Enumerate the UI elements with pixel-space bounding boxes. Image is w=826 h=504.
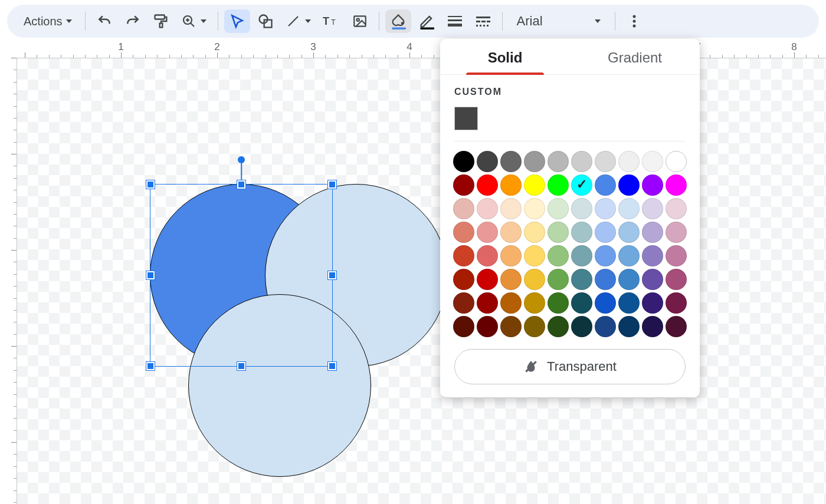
undo-button[interactable]: [91, 9, 117, 33]
color-swatch[interactable]: [477, 316, 498, 337]
color-swatch[interactable]: [548, 245, 569, 266]
color-swatch[interactable]: [500, 151, 522, 172]
color-swatch[interactable]: [666, 269, 687, 290]
color-swatch[interactable]: [571, 151, 592, 172]
fill-color-button[interactable]: [385, 9, 411, 33]
color-swatch[interactable]: [618, 316, 640, 337]
color-swatch[interactable]: [618, 245, 640, 266]
color-swatch[interactable]: [500, 292, 522, 314]
color-swatch[interactable]: [548, 292, 569, 314]
color-swatch[interactable]: [453, 269, 474, 290]
border-dash-button[interactable]: [470, 9, 496, 33]
resize-handle-sw[interactable]: [146, 362, 155, 370]
color-swatch[interactable]: [571, 292, 592, 314]
color-swatch[interactable]: [666, 198, 687, 219]
actions-menu[interactable]: Actions: [14, 9, 79, 33]
color-swatch[interactable]: [524, 151, 545, 172]
color-swatch[interactable]: [618, 174, 640, 196]
color-swatch[interactable]: [666, 245, 687, 266]
resize-handle-se[interactable]: [328, 362, 336, 370]
color-swatch[interactable]: [453, 174, 474, 196]
color-swatch[interactable]: [571, 245, 592, 266]
color-swatch[interactable]: [453, 151, 474, 172]
color-swatch[interactable]: [666, 316, 687, 337]
color-swatch[interactable]: [571, 198, 592, 219]
color-swatch[interactable]: [548, 222, 569, 243]
color-swatch[interactable]: [595, 245, 616, 266]
color-swatch[interactable]: [548, 198, 569, 219]
color-swatch[interactable]: [524, 198, 545, 219]
color-swatch[interactable]: [477, 198, 498, 219]
color-swatch[interactable]: [453, 198, 474, 219]
color-swatch[interactable]: [595, 198, 616, 219]
color-swatch[interactable]: [618, 292, 640, 314]
color-swatch[interactable]: [618, 222, 640, 243]
color-swatch[interactable]: [642, 245, 663, 266]
color-swatch[interactable]: [453, 245, 474, 266]
redo-button[interactable]: [120, 9, 146, 33]
paint-format-button[interactable]: [148, 9, 174, 33]
color-swatch[interactable]: [618, 198, 640, 219]
more-options-button[interactable]: [621, 9, 647, 33]
color-swatch[interactable]: [477, 222, 498, 243]
color-swatch[interactable]: [453, 222, 474, 243]
color-swatch[interactable]: [477, 174, 498, 196]
color-swatch[interactable]: ✓: [571, 174, 592, 196]
font-family-select[interactable]: Arial: [509, 9, 609, 33]
color-swatch[interactable]: [666, 222, 687, 243]
resize-handle-nw[interactable]: [146, 180, 155, 189]
color-swatch[interactable]: [524, 269, 545, 290]
transparent-button[interactable]: Transparent: [454, 349, 686, 384]
color-swatch[interactable]: [548, 151, 569, 172]
color-swatch[interactable]: [595, 222, 616, 243]
select-tool[interactable]: [224, 9, 250, 33]
color-swatch[interactable]: [642, 316, 663, 337]
color-swatch[interactable]: [571, 316, 592, 337]
color-swatch[interactable]: [642, 292, 663, 314]
shape-tool[interactable]: [253, 9, 278, 33]
color-swatch[interactable]: [500, 269, 522, 290]
color-swatch[interactable]: [524, 222, 545, 243]
color-swatch[interactable]: [500, 222, 522, 243]
border-color-button[interactable]: [414, 9, 440, 33]
color-swatch[interactable]: [666, 174, 687, 196]
canvas[interactable]: [17, 58, 826, 504]
tab-gradient[interactable]: Gradient: [570, 50, 700, 74]
rotation-handle[interactable]: [238, 156, 245, 163]
text-box-tool[interactable]: TT: [319, 9, 345, 33]
color-swatch[interactable]: [666, 151, 687, 172]
color-swatch[interactable]: [524, 174, 545, 196]
color-swatch[interactable]: [524, 292, 545, 314]
color-swatch[interactable]: [595, 151, 616, 172]
color-swatch[interactable]: [500, 245, 522, 266]
color-swatch[interactable]: [642, 222, 663, 243]
color-swatch[interactable]: [548, 269, 569, 290]
color-swatch[interactable]: [477, 269, 498, 290]
border-weight-button[interactable]: [442, 9, 468, 33]
tab-solid[interactable]: Solid: [440, 50, 570, 74]
color-swatch[interactable]: [548, 174, 569, 196]
color-swatch[interactable]: [642, 174, 663, 196]
color-swatch[interactable]: [618, 151, 640, 172]
color-swatch[interactable]: [642, 151, 663, 172]
color-swatch[interactable]: [500, 198, 522, 219]
resize-handle-w[interactable]: [146, 271, 155, 279]
resize-handle-e[interactable]: [328, 271, 336, 279]
color-swatch[interactable]: [453, 316, 474, 337]
color-swatch[interactable]: [500, 174, 522, 196]
image-tool[interactable]: [347, 9, 373, 33]
color-swatch[interactable]: [595, 269, 616, 290]
color-swatch[interactable]: [500, 316, 522, 337]
color-swatch[interactable]: [571, 269, 592, 290]
color-swatch[interactable]: [477, 245, 498, 266]
color-swatch[interactable]: [477, 151, 498, 172]
color-swatch[interactable]: [618, 269, 640, 290]
zoom-menu[interactable]: [176, 9, 212, 33]
color-swatch[interactable]: [642, 269, 663, 290]
resize-handle-ne[interactable]: [328, 180, 336, 189]
color-swatch[interactable]: [666, 292, 687, 314]
custom-color-swatch[interactable]: [454, 107, 478, 130]
color-swatch[interactable]: [642, 198, 663, 219]
color-swatch[interactable]: [524, 316, 545, 337]
resize-handle-s[interactable]: [237, 362, 245, 370]
